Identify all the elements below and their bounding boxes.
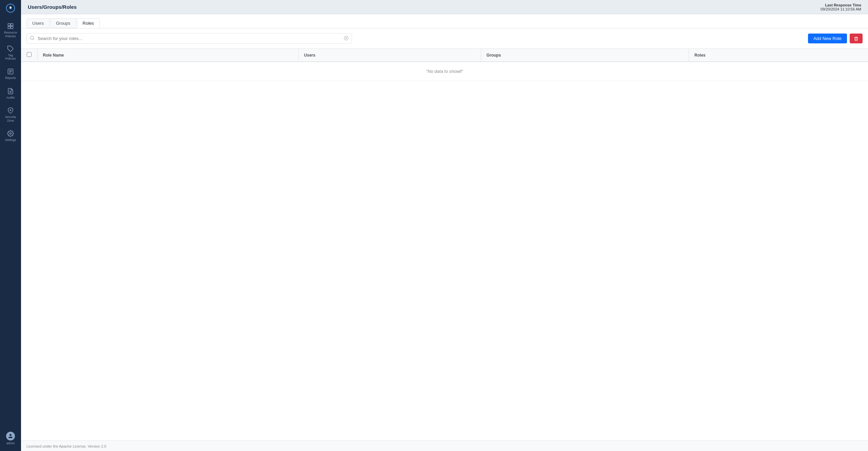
audits-icon (7, 87, 14, 95)
avatar (6, 432, 15, 440)
sidebar: ResourcePolicies TagPolicies (0, 0, 21, 451)
search-clear-icon[interactable] (344, 36, 349, 41)
main-content: Users/Groups/Roles Last Response Time 09… (21, 0, 868, 451)
sidebar-item-resource-policies[interactable]: ResourcePolicies (0, 19, 21, 42)
tag-icon (7, 45, 14, 53)
th-role-name: Role Name (37, 49, 298, 62)
footer: Licensed under the Apache License, Versi… (21, 440, 868, 451)
search-wrapper (26, 33, 352, 44)
empty-state-message: "No data to showll" (21, 62, 868, 81)
license-link[interactable]: Licensed under the Apache License, Versi… (26, 444, 106, 448)
svg-line-17 (33, 39, 34, 40)
roles-table: Role Name Users Groups Roles "No data to… (21, 48, 868, 81)
search-icon (30, 36, 35, 42)
sidebar-nav: ResourcePolicies TagPolicies (0, 16, 21, 428)
add-new-role-button[interactable]: Add New Role (808, 34, 847, 43)
sidebar-item-settings[interactable]: Settings (0, 126, 21, 146)
th-checkbox (21, 49, 37, 62)
tabs-bar: Users Groups Roles (21, 14, 868, 28)
user-profile[interactable]: admin (5, 428, 16, 448)
svg-rect-4 (8, 26, 11, 29)
select-all-checkbox[interactable] (27, 52, 32, 57)
top-header: Users/Groups/Roles Last Response Time 09… (21, 0, 868, 14)
tab-groups[interactable]: Groups (50, 18, 76, 28)
sidebar-item-reports[interactable]: Reports (0, 64, 21, 84)
header-right: Last Response Time 09/20/2024 11:10:56 A… (821, 3, 861, 11)
last-response-time: 09/20/2024 11:10:56 AM (821, 7, 861, 11)
svg-point-16 (31, 36, 34, 39)
table-header-row: Role Name Users Groups Roles (21, 49, 868, 62)
page-title: Users/Groups/Roles (28, 4, 77, 10)
tab-roles[interactable]: Roles (77, 18, 100, 28)
svg-point-1 (9, 7, 11, 8)
svg-point-14 (10, 132, 12, 134)
svg-rect-5 (11, 26, 13, 29)
action-bar: Add New Role (21, 28, 868, 48)
svg-point-15 (9, 434, 11, 436)
sidebar-item-label: Audits (6, 96, 15, 100)
sidebar-item-security-zone[interactable]: SecurityZone (0, 103, 21, 126)
th-roles: Roles (689, 49, 868, 62)
trash-icon (854, 36, 859, 41)
security-icon (7, 107, 14, 114)
search-input[interactable] (26, 33, 352, 44)
resource-icon (7, 22, 14, 30)
sidebar-item-label: ResourcePolicies (4, 31, 17, 38)
th-users: Users (298, 49, 481, 62)
svg-rect-2 (8, 24, 11, 26)
table-container: Role Name Users Groups Roles "No data to… (21, 48, 868, 440)
content-area: Users Groups Roles (21, 14, 868, 440)
settings-icon (7, 130, 14, 137)
sidebar-bottom: admin (0, 428, 21, 451)
last-response-label: Last Response Time (825, 3, 861, 7)
sidebar-item-label: TagPolicies (5, 54, 16, 61)
th-groups: Groups (481, 49, 689, 62)
app-logo[interactable] (0, 0, 21, 16)
svg-point-13 (10, 110, 11, 111)
svg-rect-3 (11, 24, 13, 26)
empty-state-row: "No data to showll" (21, 62, 868, 81)
sidebar-item-label: SecurityZone (5, 115, 16, 123)
sidebar-item-tag-policies[interactable]: TagPolicies (0, 42, 21, 64)
delete-button[interactable] (850, 34, 863, 43)
tab-users[interactable]: Users (26, 18, 50, 28)
sidebar-item-label: Settings (5, 138, 16, 142)
action-buttons: Add New Role (808, 34, 863, 43)
sidebar-item-label: Reports (5, 76, 16, 80)
reports-icon (7, 68, 14, 75)
user-label: admin (6, 442, 15, 445)
sidebar-item-audits[interactable]: Audits (0, 84, 21, 103)
